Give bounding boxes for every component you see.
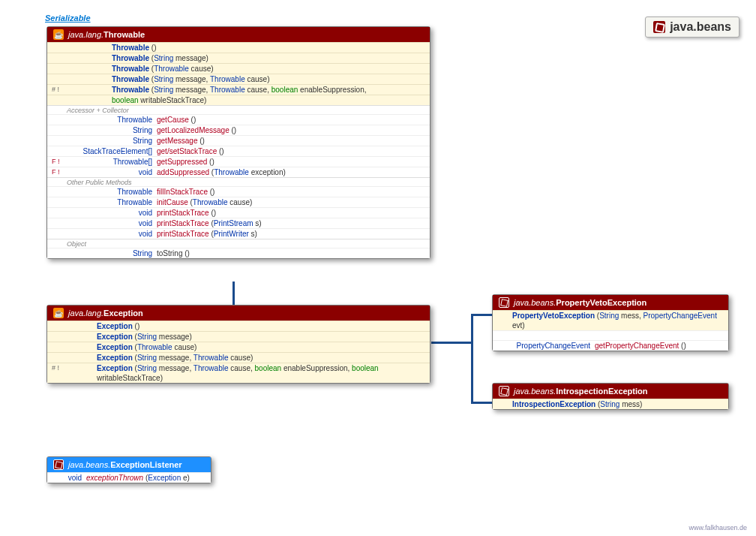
method-row: StringtoString (): [47, 248, 430, 258]
class-exception: ☕ java.lang.Exception Exception ()Except…: [46, 305, 430, 384]
method-row: ThrowablegetCause (): [47, 114, 430, 125]
footer-link[interactable]: www.falkhausen.de: [688, 524, 747, 531]
pve-header: java.beans.PropertyVetoException: [493, 295, 728, 310]
section-other: Other Public Methods: [47, 177, 430, 186]
constructor-row: # !Exception (String message, Throwable …: [47, 363, 430, 383]
section-accessor: Accessor + Collector: [47, 105, 430, 114]
method-row: voidprintStackTrace (): [47, 207, 430, 218]
method-row: ThrowablefillInStackTrace (): [47, 186, 430, 197]
serializable-label: Serializable: [45, 14, 91, 23]
constructor-row: Exception (): [47, 321, 430, 331]
exception-classname: Exception: [104, 309, 143, 318]
method-row: StackTraceElement[]get/setStackTrace (): [47, 146, 430, 156]
section-object: Object: [47, 239, 430, 248]
interface-exception-listener: java.beans.ExceptionListener voidexcepti…: [46, 456, 212, 483]
method-name: getPropertyChangeEvent: [595, 342, 679, 350]
class-throwable: ☕ java.lang.Throwable Throwable ()Throwa…: [46, 26, 430, 259]
modifier-marker: # !: [52, 85, 67, 95]
ie-body: IntrospectionException (String mess): [493, 399, 728, 409]
constructor-row-cont: boolean writableStackTrace): [47, 95, 430, 105]
return-type: void: [67, 229, 157, 239]
exception-pkg: java.lang.: [68, 309, 104, 318]
method-params: (): [681, 342, 686, 350]
method-row: ThrowableinitCause (Throwable cause): [47, 197, 430, 207]
return-type: PropertyChangeEvent: [512, 341, 595, 351]
return-type: void: [67, 473, 86, 483]
constructor-row: Exception (String message, Throwable cau…: [47, 352, 430, 363]
throwable-classname: Throwable: [104, 30, 145, 39]
class-property-veto-exception: java.beans.PropertyVetoException Propert…: [492, 294, 729, 351]
package-badge: java.beans: [645, 17, 740, 38]
method-row: PropertyChangeEventgetPropertyChangeEven…: [493, 340, 728, 351]
beans-class-icon: [499, 386, 509, 396]
ctor-name: PropertyVetoException: [512, 312, 595, 320]
method-row: voidexceptionThrown (Exception e): [47, 472, 211, 483]
return-type: void: [67, 167, 157, 177]
throwable-body: Throwable ()Throwable (String message)Th…: [47, 42, 430, 258]
beans-class-icon: [499, 297, 509, 308]
connector: [471, 314, 473, 404]
method-row: voidprintStackTrace (PrintStream s): [47, 218, 430, 228]
modifier-marker: # !: [52, 363, 67, 373]
return-type: Throwable: [67, 197, 157, 207]
pve-classname: PropertyVetoException: [556, 298, 646, 307]
constructor-row: Exception (String message): [47, 331, 430, 342]
ie-pkg: java.beans.: [514, 387, 556, 396]
ctor-params: (String mess): [598, 400, 642, 408]
modifier-marker: F !: [52, 157, 67, 167]
package-name: java.beans: [670, 20, 731, 34]
el-body: voidexceptionThrown (Exception e): [47, 472, 211, 483]
connector: [471, 314, 492, 316]
el-classname: ExceptionListener: [110, 460, 182, 469]
constructor-row: Throwable (): [47, 42, 430, 53]
return-type: String: [67, 125, 157, 135]
return-type: Throwable: [67, 187, 157, 197]
el-pkg: java.beans.: [68, 460, 110, 469]
exception-body: Exception ()Exception (String message)Ex…: [47, 321, 430, 383]
spacer-row: [493, 330, 728, 340]
pve-pkg: java.beans.: [514, 298, 556, 307]
return-type: void: [67, 218, 157, 228]
el-header: java.beans.ExceptionListener: [47, 457, 211, 472]
return-type: String: [67, 248, 157, 258]
modifier-marker: F !: [52, 167, 67, 177]
method-row: StringgetMessage (): [47, 135, 430, 146]
throwable-header: ☕ java.lang.Throwable: [47, 27, 430, 42]
exception-header: ☕ java.lang.Exception: [47, 306, 430, 321]
method-row: StringgetLocalizedMessage (): [47, 125, 430, 135]
pve-body: PropertyVetoException (String mess, Prop…: [493, 310, 728, 351]
return-type: StackTraceElement[]: [67, 146, 157, 156]
ie-classname: IntrospectionException: [556, 387, 647, 396]
connector: [431, 342, 472, 344]
return-type: Throwable[]: [67, 157, 157, 167]
return-type: Throwable: [67, 115, 157, 125]
method-row: F !voidaddSuppressed (Throwable exceptio…: [47, 167, 430, 177]
class-icon: ☕: [53, 308, 64, 318]
beans-icon: [653, 21, 665, 33]
return-type: String: [67, 136, 157, 146]
method-params: (Exception e): [146, 474, 190, 482]
beans-class-icon: [53, 459, 64, 470]
constructor-row: PropertyVetoException (String mess, Prop…: [493, 310, 728, 330]
ctor-name: IntrospectionException: [512, 400, 596, 408]
method-row: voidprintStackTrace (PrintWriter s): [47, 228, 430, 239]
method-name: exceptionThrown: [86, 474, 143, 482]
throwable-pkg: java.lang.: [68, 30, 104, 39]
connector: [471, 402, 492, 404]
return-type: void: [67, 208, 157, 218]
method-row: F !Throwable[]getSuppressed (): [47, 156, 430, 167]
constructor-row: Exception (Throwable cause): [47, 342, 430, 352]
class-introspection-exception: java.beans.IntrospectionException Intros…: [492, 383, 729, 410]
constructor-row: Throwable (String message): [47, 53, 430, 63]
ie-header: java.beans.IntrospectionException: [493, 384, 728, 399]
constructor-row: Throwable (String message, Throwable cau…: [47, 74, 430, 84]
class-icon: ☕: [53, 29, 64, 40]
constructor-row: Throwable (Throwable cause): [47, 63, 430, 74]
constructor-row: # !Throwable (String message, Throwable …: [47, 84, 430, 95]
constructor-row: IntrospectionException (String mess): [493, 399, 728, 409]
connector: [232, 282, 235, 305]
